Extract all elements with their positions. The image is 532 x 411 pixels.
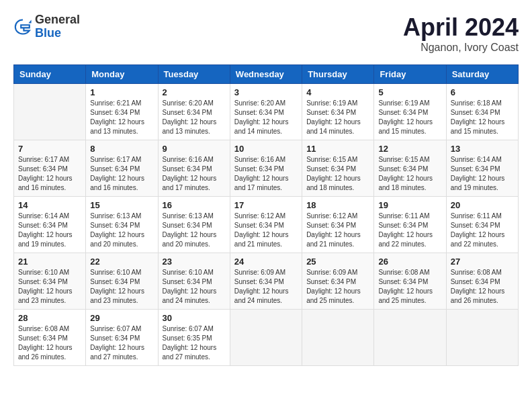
table-row: 7Sunrise: 6:17 AM Sunset: 6:34 PM Daylig…	[14, 140, 86, 197]
table-row: 20Sunrise: 6:11 AM Sunset: 6:34 PM Dayli…	[446, 197, 518, 253]
day-number: 7	[18, 144, 81, 154]
table-row: 12Sunrise: 6:15 AM Sunset: 6:34 PM Dayli…	[374, 140, 446, 197]
table-row: 30Sunrise: 6:07 AM Sunset: 6:35 PM Dayli…	[158, 310, 230, 366]
table-row: 9Sunrise: 6:16 AM Sunset: 6:34 PM Daylig…	[158, 140, 230, 197]
day-number: 17	[234, 200, 298, 210]
day-info: Sunrise: 6:08 AM Sunset: 6:34 PM Dayligh…	[451, 268, 514, 306]
day-number: 2	[163, 87, 226, 97]
table-row: 29Sunrise: 6:07 AM Sunset: 6:34 PM Dayli…	[86, 310, 158, 366]
day-info: Sunrise: 6:16 AM Sunset: 6:34 PM Dayligh…	[163, 155, 226, 193]
calendar-table: Sunday Monday Tuesday Wednesday Thursday…	[13, 64, 519, 366]
table-row: 4Sunrise: 6:19 AM Sunset: 6:34 PM Daylig…	[302, 84, 374, 140]
table-row	[14, 84, 86, 140]
day-info: Sunrise: 6:11 AM Sunset: 6:34 PM Dayligh…	[451, 212, 514, 249]
day-info: Sunrise: 6:19 AM Sunset: 6:34 PM Dayligh…	[306, 99, 369, 136]
table-row: 25Sunrise: 6:09 AM Sunset: 6:34 PM Dayli…	[302, 253, 374, 310]
table-row	[230, 310, 302, 366]
day-info: Sunrise: 6:12 AM Sunset: 6:34 PM Dayligh…	[234, 212, 298, 249]
day-number: 19	[378, 200, 441, 210]
table-row: 2Sunrise: 6:20 AM Sunset: 6:34 PM Daylig…	[158, 84, 230, 140]
logo-text: General Blue	[35, 13, 80, 40]
day-number: 30	[163, 313, 226, 323]
table-row: 15Sunrise: 6:13 AM Sunset: 6:34 PM Dayli…	[86, 197, 158, 253]
table-row: 28Sunrise: 6:08 AM Sunset: 6:34 PM Dayli…	[14, 310, 86, 366]
day-number: 29	[90, 313, 153, 323]
day-info: Sunrise: 6:10 AM Sunset: 6:34 PM Dayligh…	[90, 268, 153, 306]
table-row	[374, 310, 446, 366]
day-number: 21	[18, 257, 81, 267]
day-number: 26	[378, 257, 441, 267]
calendar-week-4: 21Sunrise: 6:10 AM Sunset: 6:34 PM Dayli…	[14, 253, 519, 310]
calendar-week-1: 1Sunrise: 6:21 AM Sunset: 6:34 PM Daylig…	[14, 84, 519, 140]
header-wednesday: Wednesday	[230, 65, 302, 84]
day-info: Sunrise: 6:19 AM Sunset: 6:34 PM Dayligh…	[378, 99, 441, 136]
day-number: 18	[306, 200, 369, 210]
day-info: Sunrise: 6:15 AM Sunset: 6:34 PM Dayligh…	[378, 155, 441, 193]
calendar-header-row: Sunday Monday Tuesday Wednesday Thursday…	[14, 65, 519, 84]
day-info: Sunrise: 6:15 AM Sunset: 6:34 PM Dayligh…	[306, 155, 369, 193]
day-info: Sunrise: 6:21 AM Sunset: 6:34 PM Dayligh…	[90, 99, 153, 136]
day-number: 6	[451, 87, 514, 97]
header-tuesday: Tuesday	[158, 65, 230, 84]
calendar-week-3: 14Sunrise: 6:14 AM Sunset: 6:34 PM Dayli…	[14, 197, 519, 253]
table-row: 11Sunrise: 6:15 AM Sunset: 6:34 PM Dayli…	[302, 140, 374, 197]
header-friday: Friday	[374, 65, 446, 84]
day-info: Sunrise: 6:12 AM Sunset: 6:34 PM Dayligh…	[306, 212, 369, 249]
day-info: Sunrise: 6:16 AM Sunset: 6:34 PM Dayligh…	[234, 155, 298, 193]
day-info: Sunrise: 6:20 AM Sunset: 6:34 PM Dayligh…	[234, 99, 298, 136]
table-row: 14Sunrise: 6:14 AM Sunset: 6:34 PM Dayli…	[14, 197, 86, 253]
day-info: Sunrise: 6:13 AM Sunset: 6:34 PM Dayligh…	[90, 212, 153, 249]
day-number: 12	[378, 144, 441, 154]
logo: General Blue	[13, 13, 80, 40]
day-number: 13	[451, 144, 514, 154]
header-monday: Monday	[86, 65, 158, 84]
day-number: 15	[90, 200, 153, 210]
calendar-title: April 2024	[403, 13, 519, 42]
day-number: 16	[163, 200, 226, 210]
day-info: Sunrise: 6:08 AM Sunset: 6:34 PM Dayligh…	[378, 268, 441, 306]
day-info: Sunrise: 6:07 AM Sunset: 6:34 PM Dayligh…	[90, 324, 153, 362]
day-info: Sunrise: 6:09 AM Sunset: 6:34 PM Dayligh…	[306, 268, 369, 306]
table-row: 1Sunrise: 6:21 AM Sunset: 6:34 PM Daylig…	[86, 84, 158, 140]
day-info: Sunrise: 6:17 AM Sunset: 6:34 PM Dayligh…	[18, 155, 81, 193]
table-row: 22Sunrise: 6:10 AM Sunset: 6:34 PM Dayli…	[86, 253, 158, 310]
table-row	[302, 310, 374, 366]
table-row: 10Sunrise: 6:16 AM Sunset: 6:34 PM Dayli…	[230, 140, 302, 197]
day-number: 28	[18, 313, 81, 323]
day-info: Sunrise: 6:18 AM Sunset: 6:34 PM Dayligh…	[451, 99, 514, 136]
day-info: Sunrise: 6:14 AM Sunset: 6:34 PM Dayligh…	[451, 155, 514, 193]
table-row: 8Sunrise: 6:17 AM Sunset: 6:34 PM Daylig…	[86, 140, 158, 197]
day-number: 11	[306, 144, 369, 154]
table-row: 16Sunrise: 6:13 AM Sunset: 6:34 PM Dayli…	[158, 197, 230, 253]
table-row: 3Sunrise: 6:20 AM Sunset: 6:34 PM Daylig…	[230, 84, 302, 140]
day-info: Sunrise: 6:14 AM Sunset: 6:34 PM Dayligh…	[18, 212, 81, 249]
day-info: Sunrise: 6:09 AM Sunset: 6:34 PM Dayligh…	[234, 268, 298, 306]
table-row: 19Sunrise: 6:11 AM Sunset: 6:34 PM Dayli…	[374, 197, 446, 253]
logo-blue-text: Blue	[35, 27, 80, 40]
calendar-week-5: 28Sunrise: 6:08 AM Sunset: 6:34 PM Dayli…	[14, 310, 519, 366]
table-row: 26Sunrise: 6:08 AM Sunset: 6:34 PM Dayli…	[374, 253, 446, 310]
table-row: 27Sunrise: 6:08 AM Sunset: 6:34 PM Dayli…	[446, 253, 518, 310]
table-row	[446, 310, 518, 366]
calendar-location: Nganon, Ivory Coast	[403, 42, 519, 54]
day-number: 25	[306, 257, 369, 267]
day-number: 5	[378, 87, 441, 97]
table-row: 18Sunrise: 6:12 AM Sunset: 6:34 PM Dayli…	[302, 197, 374, 253]
logo-general-text: General	[35, 13, 80, 27]
day-number: 23	[163, 257, 226, 267]
day-number: 1	[90, 87, 153, 97]
day-number: 20	[451, 200, 514, 210]
day-info: Sunrise: 6:17 AM Sunset: 6:34 PM Dayligh…	[90, 155, 153, 193]
day-number: 14	[18, 200, 81, 210]
day-info: Sunrise: 6:10 AM Sunset: 6:34 PM Dayligh…	[18, 268, 81, 306]
day-info: Sunrise: 6:07 AM Sunset: 6:35 PM Dayligh…	[163, 324, 226, 362]
table-row: 21Sunrise: 6:10 AM Sunset: 6:34 PM Dayli…	[14, 253, 86, 310]
day-number: 24	[234, 257, 298, 267]
day-number: 27	[451, 257, 514, 267]
page-header: General Blue April 2024 Nganon, Ivory Co…	[13, 13, 519, 54]
header-thursday: Thursday	[302, 65, 374, 84]
day-number: 10	[234, 144, 298, 154]
table-row: 17Sunrise: 6:12 AM Sunset: 6:34 PM Dayli…	[230, 197, 302, 253]
day-number: 9	[163, 144, 226, 154]
day-info: Sunrise: 6:11 AM Sunset: 6:34 PM Dayligh…	[378, 212, 441, 249]
